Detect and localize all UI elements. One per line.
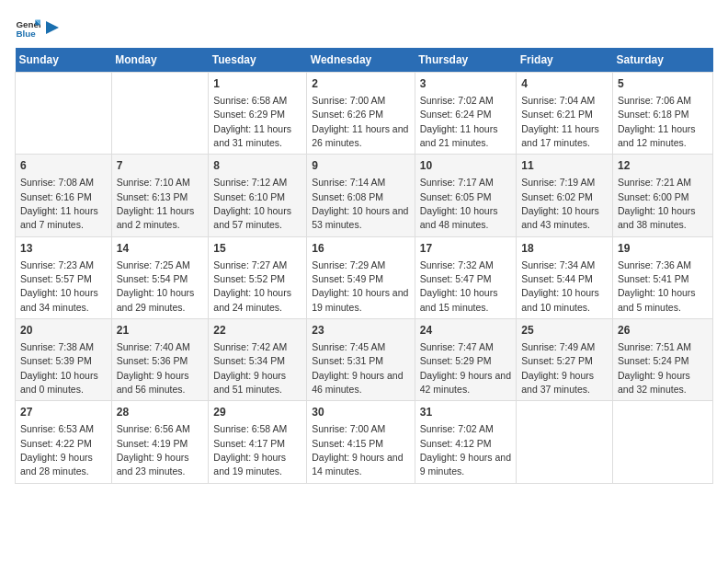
day-info: Sunrise: 7:04 AM Sunset: 6:21 PM Dayligh… [521, 95, 599, 148]
calendar-cell: 7Sunrise: 7:10 AM Sunset: 6:13 PM Daylig… [111, 155, 209, 236]
header-saturday: Saturday [612, 48, 712, 73]
week-row-5: 27Sunrise: 6:53 AM Sunset: 4:22 PM Dayli… [16, 401, 713, 483]
header-tuesday: Tuesday [209, 48, 307, 73]
day-number: 1 [213, 76, 301, 92]
day-info: Sunrise: 7:17 AM Sunset: 6:05 PM Dayligh… [420, 177, 498, 230]
header-sunday: Sunday [16, 48, 112, 73]
calendar-cell: 15Sunrise: 7:27 AM Sunset: 5:52 PM Dayli… [209, 236, 307, 318]
page-header: General Blue [15, 15, 713, 40]
day-info: Sunrise: 7:34 AM Sunset: 5:44 PM Dayligh… [521, 259, 599, 313]
calendar-cell: 28Sunrise: 6:56 AM Sunset: 4:19 PM Dayli… [111, 401, 209, 483]
calendar-cell: 8Sunrise: 7:12 AM Sunset: 6:10 PM Daylig… [209, 155, 307, 236]
day-info: Sunrise: 7:08 AM Sunset: 6:16 PM Dayligh… [20, 177, 98, 230]
calendar-cell: 2Sunrise: 7:00 AM Sunset: 6:26 PM Daylig… [307, 73, 415, 155]
day-info: Sunrise: 7:29 AM Sunset: 5:49 PM Dayligh… [312, 259, 408, 313]
calendar-cell: 25Sunrise: 7:49 AM Sunset: 5:27 PM Dayli… [517, 319, 613, 401]
day-info: Sunrise: 7:06 AM Sunset: 6:18 PM Dayligh… [618, 95, 696, 148]
calendar-table: SundayMondayTuesdayWednesdayThursdayFrid… [15, 48, 713, 484]
calendar-cell: 19Sunrise: 7:36 AM Sunset: 5:41 PM Dayli… [612, 236, 712, 318]
day-number: 6 [20, 158, 107, 174]
day-number: 24 [420, 323, 511, 339]
calendar-cell: 5Sunrise: 7:06 AM Sunset: 6:18 PM Daylig… [612, 73, 712, 155]
day-number: 25 [521, 323, 608, 339]
header-thursday: Thursday [415, 48, 516, 73]
day-number: 11 [521, 158, 608, 174]
day-info: Sunrise: 6:56 AM Sunset: 4:19 PM Dayligh… [117, 423, 190, 477]
day-info: Sunrise: 7:02 AM Sunset: 6:24 PM Dayligh… [420, 95, 498, 148]
calendar-cell: 21Sunrise: 7:40 AM Sunset: 5:36 PM Dayli… [111, 319, 209, 401]
calendar-cell: 11Sunrise: 7:19 AM Sunset: 6:02 PM Dayli… [517, 155, 613, 236]
calendar-cell: 24Sunrise: 7:47 AM Sunset: 5:29 PM Dayli… [415, 319, 516, 401]
calendar-cell: 16Sunrise: 7:29 AM Sunset: 5:49 PM Dayli… [307, 236, 415, 318]
day-info: Sunrise: 7:32 AM Sunset: 5:47 PM Dayligh… [420, 259, 498, 313]
day-number: 22 [213, 323, 301, 339]
calendar-cell: 30Sunrise: 7:00 AM Sunset: 4:15 PM Dayli… [307, 401, 415, 483]
calendar-cell [16, 73, 112, 155]
day-info: Sunrise: 6:58 AM Sunset: 6:29 PM Dayligh… [213, 95, 291, 148]
day-info: Sunrise: 7:00 AM Sunset: 6:26 PM Dayligh… [312, 95, 408, 148]
calendar-cell: 27Sunrise: 6:53 AM Sunset: 4:22 PM Dayli… [16, 401, 112, 483]
day-number: 26 [618, 323, 708, 339]
header-monday: Monday [111, 48, 209, 73]
day-info: Sunrise: 7:14 AM Sunset: 6:08 PM Dayligh… [312, 177, 408, 230]
calendar-header-row: SundayMondayTuesdayWednesdayThursdayFrid… [16, 48, 713, 73]
day-number: 27 [20, 405, 107, 420]
day-number: 14 [117, 241, 204, 257]
day-number: 15 [213, 241, 301, 257]
day-info: Sunrise: 7:49 AM Sunset: 5:27 PM Dayligh… [521, 341, 595, 395]
header-friday: Friday [517, 48, 613, 73]
day-number: 17 [420, 241, 511, 257]
calendar-cell: 6Sunrise: 7:08 AM Sunset: 6:16 PM Daylig… [16, 155, 112, 236]
calendar-cell [612, 401, 712, 483]
calendar-cell: 12Sunrise: 7:21 AM Sunset: 6:00 PM Dayli… [612, 155, 712, 236]
day-number: 18 [521, 241, 608, 257]
calendar-cell: 29Sunrise: 6:58 AM Sunset: 4:17 PM Dayli… [209, 401, 307, 483]
calendar-cell: 20Sunrise: 7:38 AM Sunset: 5:39 PM Dayli… [16, 319, 112, 401]
day-number: 7 [117, 158, 204, 174]
day-info: Sunrise: 7:23 AM Sunset: 5:57 PM Dayligh… [20, 259, 98, 313]
calendar-cell: 1Sunrise: 6:58 AM Sunset: 6:29 PM Daylig… [209, 73, 307, 155]
day-number: 28 [117, 405, 204, 420]
day-number: 8 [213, 158, 301, 174]
calendar-cell: 17Sunrise: 7:32 AM Sunset: 5:47 PM Dayli… [415, 236, 516, 318]
svg-marker-4 [46, 21, 59, 34]
day-number: 21 [117, 323, 204, 339]
calendar-cell: 31Sunrise: 7:02 AM Sunset: 4:12 PM Dayli… [415, 401, 516, 483]
calendar-cell: 4Sunrise: 7:04 AM Sunset: 6:21 PM Daylig… [517, 73, 613, 155]
logo-chevron-icon [44, 17, 61, 38]
calendar-cell: 3Sunrise: 7:02 AM Sunset: 6:24 PM Daylig… [415, 73, 516, 155]
logo-icon: General Blue [15, 15, 40, 40]
calendar-cell [111, 73, 209, 155]
logo: General Blue [15, 15, 61, 40]
day-info: Sunrise: 7:45 AM Sunset: 5:31 PM Dayligh… [312, 341, 403, 395]
day-info: Sunrise: 7:47 AM Sunset: 5:29 PM Dayligh… [420, 341, 511, 395]
day-number: 20 [20, 323, 107, 339]
week-row-3: 13Sunrise: 7:23 AM Sunset: 5:57 PM Dayli… [16, 236, 713, 318]
day-info: Sunrise: 7:27 AM Sunset: 5:52 PM Dayligh… [213, 259, 291, 313]
day-number: 3 [420, 76, 511, 92]
calendar-cell: 18Sunrise: 7:34 AM Sunset: 5:44 PM Dayli… [517, 236, 613, 318]
calendar-cell: 23Sunrise: 7:45 AM Sunset: 5:31 PM Dayli… [307, 319, 415, 401]
day-info: Sunrise: 7:25 AM Sunset: 5:54 PM Dayligh… [117, 259, 195, 313]
week-row-1: 1Sunrise: 6:58 AM Sunset: 6:29 PM Daylig… [16, 73, 713, 155]
day-info: Sunrise: 7:42 AM Sunset: 5:34 PM Dayligh… [213, 341, 287, 395]
calendar-cell: 22Sunrise: 7:42 AM Sunset: 5:34 PM Dayli… [209, 319, 307, 401]
day-info: Sunrise: 7:40 AM Sunset: 5:36 PM Dayligh… [117, 341, 190, 395]
day-number: 9 [312, 158, 410, 174]
day-info: Sunrise: 7:12 AM Sunset: 6:10 PM Dayligh… [213, 177, 291, 230]
calendar-cell: 26Sunrise: 7:51 AM Sunset: 5:24 PM Dayli… [612, 319, 712, 401]
week-row-4: 20Sunrise: 7:38 AM Sunset: 5:39 PM Dayli… [16, 319, 713, 401]
day-info: Sunrise: 6:58 AM Sunset: 4:17 PM Dayligh… [213, 423, 287, 477]
day-info: Sunrise: 7:21 AM Sunset: 6:00 PM Dayligh… [618, 177, 696, 230]
day-number: 30 [312, 405, 410, 420]
day-info: Sunrise: 6:53 AM Sunset: 4:22 PM Dayligh… [20, 423, 94, 477]
week-row-2: 6Sunrise: 7:08 AM Sunset: 6:16 PM Daylig… [16, 155, 713, 236]
calendar-cell: 9Sunrise: 7:14 AM Sunset: 6:08 PM Daylig… [307, 155, 415, 236]
calendar-cell: 13Sunrise: 7:23 AM Sunset: 5:57 PM Dayli… [16, 236, 112, 318]
day-info: Sunrise: 7:02 AM Sunset: 4:12 PM Dayligh… [420, 423, 511, 477]
calendar-cell: 14Sunrise: 7:25 AM Sunset: 5:54 PM Dayli… [111, 236, 209, 318]
day-number: 13 [20, 241, 107, 257]
day-number: 10 [420, 158, 511, 174]
day-info: Sunrise: 7:38 AM Sunset: 5:39 PM Dayligh… [20, 341, 98, 395]
calendar-cell: 10Sunrise: 7:17 AM Sunset: 6:05 PM Dayli… [415, 155, 516, 236]
